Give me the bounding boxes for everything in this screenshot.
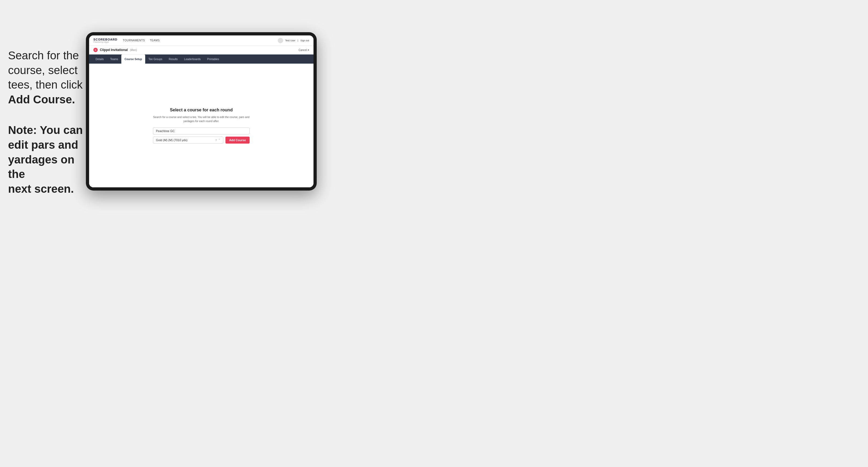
tab-results[interactable]: Results xyxy=(165,55,181,64)
tee-clear-icon[interactable]: × xyxy=(216,138,217,142)
logo-sub: Powered by clippd xyxy=(93,41,117,43)
tee-select-row: Gold (M) (M) (7010 yds) × ⌃ Add Course xyxy=(153,136,250,144)
annotation-line3: tees, then click xyxy=(8,77,83,92)
section-heading: Select a course for each round xyxy=(153,107,250,113)
annotation-line2: course, select xyxy=(8,63,83,78)
user-area: Test User | Sign out xyxy=(278,38,309,43)
main-content: Select a course for each round Search fo… xyxy=(89,64,313,187)
user-label: Test User xyxy=(285,39,296,42)
cancel-button[interactable]: Cancel × xyxy=(299,49,309,52)
tournament-name: Clippd Invitational xyxy=(100,48,128,52)
tee-select-value: Gold (M) (M) (7010 yds) xyxy=(156,138,187,142)
annotation-bold: Add Course. xyxy=(8,92,83,107)
logo: SCOREBOARD Powered by clippd xyxy=(93,38,117,43)
annotation-block: Search for the course, select tees, then… xyxy=(8,48,83,196)
tablet-device: SCOREBOARD Powered by clippd TOURNAMENTS… xyxy=(86,32,317,191)
tab-course-setup[interactable]: Course Setup xyxy=(121,55,145,64)
course-search-input[interactable] xyxy=(153,127,250,134)
annotation-note3: yardages on the xyxy=(8,152,83,182)
tablet-screen: SCOREBOARD Powered by clippd TOURNAMENTS… xyxy=(89,35,313,187)
tee-chevron-icon: ⌃ xyxy=(218,138,220,142)
course-section: Select a course for each round Search fo… xyxy=(153,107,250,144)
tab-tee-groups[interactable]: Tee Groups xyxy=(145,55,165,64)
top-nav: SCOREBOARD Powered by clippd TOURNAMENTS… xyxy=(89,35,313,45)
tee-select[interactable]: Gold (M) (M) (7010 yds) × ⌃ xyxy=(153,136,223,144)
tab-nav: Details Teams Course Setup Tee Groups Re… xyxy=(89,55,313,64)
nav-separator: | xyxy=(298,39,298,42)
tournament-title: C Clippd Invitational (Men) xyxy=(93,48,137,52)
signout-link[interactable]: Sign out xyxy=(300,39,309,42)
tab-details[interactable]: Details xyxy=(92,55,107,64)
tee-select-controls: × ⌃ xyxy=(216,138,220,142)
tournament-header: C Clippd Invitational (Men) Cancel × xyxy=(89,45,313,55)
section-description: Search for a course and select a tee. Yo… xyxy=(153,115,250,123)
logo-main: SCOREBOARD xyxy=(93,38,117,41)
nav-tournaments[interactable]: TOURNAMENTS xyxy=(123,38,145,42)
annotation-line1: Search for the xyxy=(8,48,83,63)
tab-teams[interactable]: Teams xyxy=(107,55,121,64)
annotation-note2: edit pars and xyxy=(8,138,83,152)
annotation-note1: Note: You can xyxy=(8,123,83,138)
tournament-type: (Men) xyxy=(130,49,137,52)
nav-links: TOURNAMENTS TEAMS xyxy=(123,38,278,42)
tab-leaderboards[interactable]: Leaderboards xyxy=(181,55,204,64)
tournament-icon: C xyxy=(93,48,98,52)
nav-teams[interactable]: TEAMS xyxy=(150,38,160,42)
add-course-button[interactable]: Add Course xyxy=(225,136,250,144)
user-avatar xyxy=(278,38,283,43)
annotation-note4: next screen. xyxy=(8,182,83,196)
tab-printables[interactable]: Printables xyxy=(204,55,222,64)
